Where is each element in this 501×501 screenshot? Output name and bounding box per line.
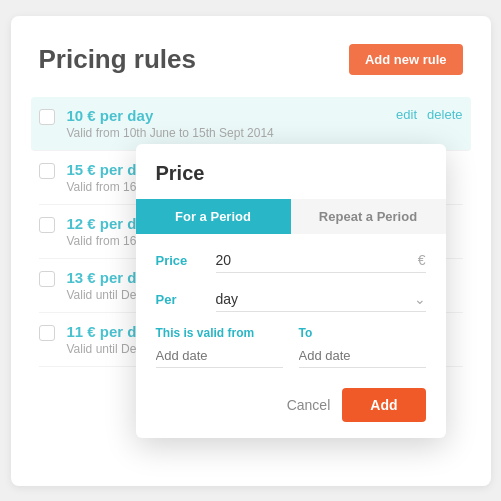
modal-title: Price bbox=[136, 144, 446, 199]
to-col: To bbox=[299, 326, 426, 368]
per-select-wrap: day week month ⌄ bbox=[216, 287, 426, 312]
per-row: Per day week month ⌄ bbox=[156, 287, 426, 312]
per-label: Per bbox=[156, 292, 216, 307]
modal-footer: Cancel Add bbox=[136, 372, 446, 422]
currency-symbol: € bbox=[418, 252, 426, 268]
valid-from-col: This is valid from bbox=[156, 326, 283, 368]
add-button[interactable]: Add bbox=[342, 388, 425, 422]
price-input-wrap: € bbox=[216, 248, 426, 273]
valid-from-label: This is valid from bbox=[156, 326, 283, 340]
per-select[interactable]: day week month bbox=[216, 287, 426, 312]
tab-for-a-period[interactable]: For a Period bbox=[136, 199, 291, 234]
valid-from-input[interactable] bbox=[156, 344, 283, 368]
price-label: Price bbox=[156, 253, 216, 268]
modal-body: Price € Per day week month ⌄ bbox=[136, 234, 446, 368]
to-label: To bbox=[299, 326, 426, 340]
pricing-rules-card: Pricing rules Add new rule 10 € per day … bbox=[11, 16, 491, 486]
cancel-button[interactable]: Cancel bbox=[287, 397, 331, 413]
modal-overlay: Price For a Period Repeat a Period Price… bbox=[11, 16, 491, 486]
price-row: Price € bbox=[156, 248, 426, 273]
price-modal: Price For a Period Repeat a Period Price… bbox=[136, 144, 446, 438]
tab-row: For a Period Repeat a Period bbox=[136, 199, 446, 234]
tab-repeat-a-period[interactable]: Repeat a Period bbox=[291, 199, 446, 234]
to-input[interactable] bbox=[299, 344, 426, 368]
price-input[interactable] bbox=[216, 248, 426, 273]
date-row: This is valid from To bbox=[156, 326, 426, 368]
